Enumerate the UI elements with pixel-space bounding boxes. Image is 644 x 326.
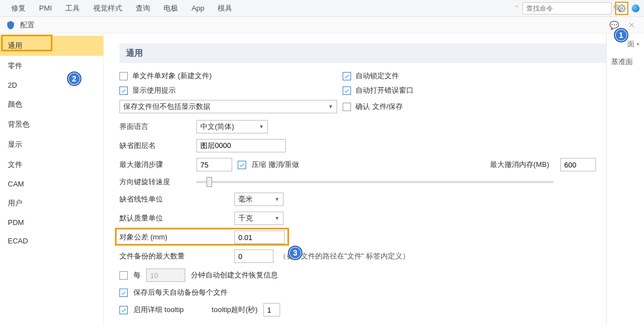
checkbox-auto-open-err[interactable] <box>343 87 351 95</box>
form-area: 单文件单对象 (新建文件) 自动锁定文件 显示使用提示 自动打开错误窗口 <box>119 71 618 317</box>
input-default-layer[interactable] <box>196 139 286 152</box>
dropdown-save-mode-value: 保存文件但不包括显示数据 <box>123 102 210 112</box>
caret-down-icon: ▼ <box>275 196 280 202</box>
section-title-general: 通用 <box>119 44 618 63</box>
label-ui-lang: 界面语言 <box>119 122 191 132</box>
label-single-file-obj: 单文件单对象 (新建文件) <box>132 71 212 81</box>
input-max-undo-mem[interactable] <box>560 158 596 171</box>
label-arrow-rot-speed: 方向键旋转速度 <box>119 177 191 187</box>
label-auto-open-err: 自动打开错误窗口 <box>355 85 414 95</box>
checkbox-enable-tooltip[interactable] <box>119 306 128 314</box>
caret-down-icon: ▾ <box>637 41 640 47</box>
slider-arrow-rot-speed[interactable] <box>196 181 554 183</box>
sidebar-item-pdm[interactable]: PDM <box>0 213 103 232</box>
label-default-linear-unit: 缺省线性单位 <box>119 194 229 204</box>
sidebar-item-ecad[interactable]: ECAD <box>0 232 103 250</box>
menu-electrode[interactable]: 电极 <box>157 0 185 17</box>
sidebar-item-general[interactable]: 通用 <box>0 36 103 56</box>
checkbox-every-min[interactable] <box>119 271 128 280</box>
config-window-header: 配置 💬 ✕ <box>0 17 644 33</box>
checkbox-show-hints[interactable] <box>119 87 128 95</box>
sidebar-item-color[interactable]: 颜色 <box>0 94 103 114</box>
input-max-undo[interactable] <box>196 158 232 171</box>
label-default-layer: 缺省图层名 <box>119 141 191 151</box>
input-obj-tol[interactable] <box>234 231 285 244</box>
input-tooltip-delay[interactable] <box>263 303 280 317</box>
label-show-hints: 显示使用提示 <box>132 85 176 95</box>
checkbox-confirm-save[interactable] <box>343 103 351 111</box>
checkbox-auto-lock[interactable] <box>343 72 351 80</box>
menu-bar: 修复 PMI 工具 视觉样式 查询 电极 App 模具 ⌃ 🔍 <box>0 0 644 17</box>
menu-visual-style[interactable]: 视觉样式 <box>86 0 129 17</box>
chevron-up-icon[interactable]: ⌃ <box>514 4 519 12</box>
settings-gear-button[interactable] <box>615 2 628 15</box>
menu-pmi[interactable]: PMI <box>32 0 59 17</box>
label-save-backup-daily: 保存后每天自动备份每个文件 <box>133 287 228 298</box>
label-every: 每 <box>133 270 141 280</box>
callout-1: 1 <box>614 28 628 42</box>
menu-app[interactable]: App <box>185 0 211 17</box>
sidebar-item-cam[interactable]: CAM <box>0 175 103 193</box>
input-every-min <box>146 269 185 282</box>
callout-3: 3 <box>288 246 302 260</box>
menu-mold[interactable]: 模具 <box>211 0 239 17</box>
close-icon[interactable]: ✕ <box>625 21 638 30</box>
label-max-undo: 最大撤消步骤 <box>119 160 191 170</box>
label-auto-lock: 自动锁定文件 <box>355 71 399 81</box>
sidebar-item-bgcolor[interactable]: 背景色 <box>0 114 103 135</box>
config-content: 通用 单文件单对象 (新建文件) 自动锁定文件 显示使用提示 <box>104 33 644 326</box>
sidebar-item-2d[interactable]: 2D <box>0 76 103 94</box>
dropdown-mass-unit[interactable]: 千克 ▼ <box>234 212 283 225</box>
svg-point-0 <box>621 7 623 9</box>
caret-down-icon: ▼ <box>328 104 333 109</box>
label-max-backups: 文件备份的最大数量 <box>119 251 229 261</box>
dropdown-save-mode[interactable]: 保存文件但不包括显示数据 ▼ <box>119 100 337 113</box>
search-command-wrap: 🔍 <box>522 2 612 15</box>
right-side-panel: 面 ▾ 基准面 <box>606 33 644 326</box>
label-confirm-save: 确认 文件/保存 <box>355 102 403 112</box>
checkbox-single-file-obj[interactable] <box>119 72 128 80</box>
label-enable-tooltip: 启用详细 tooltip <box>133 305 184 315</box>
menu-tools[interactable]: 工具 <box>59 0 86 17</box>
dropdown-mass-unit-value: 千克 <box>238 213 253 223</box>
dropdown-linear-unit-value: 毫米 <box>238 194 253 204</box>
slider-thumb[interactable] <box>206 177 212 187</box>
dropdown-ui-lang[interactable]: 中文(简体) ▼ <box>196 120 268 133</box>
input-max-backups[interactable] <box>234 250 273 263</box>
config-sidebar: 通用 零件 2D 颜色 背景色 显示 文件 CAM 用户 PDM ECAD <box>0 33 104 326</box>
caret-down-icon: ▼ <box>275 215 280 221</box>
config-app-icon <box>6 20 16 30</box>
right-pane-tab[interactable]: 面 <box>627 39 635 49</box>
sidebar-item-file[interactable]: 文件 <box>0 155 103 175</box>
checkbox-compress-undo[interactable] <box>238 161 246 169</box>
menu-repair[interactable]: 修复 <box>4 0 32 17</box>
label-obj-tol: 对象公差 (mm) <box>119 232 229 242</box>
config-window-title: 配置 <box>20 20 35 30</box>
label-auto-recover-suffix: 分钟自动创建文件恢复信息 <box>191 270 278 280</box>
label-default-mass-unit: 默认质量单位 <box>119 213 229 223</box>
caret-down-icon: ▼ <box>259 124 264 130</box>
menu-query[interactable]: 查询 <box>129 0 157 17</box>
checkbox-save-backup-daily[interactable] <box>119 289 128 297</box>
search-command-input[interactable] <box>523 4 613 12</box>
sidebar-item-part[interactable]: 零件 <box>0 56 103 76</box>
config-main: 通用 零件 2D 颜色 背景色 显示 文件 CAM 用户 PDM ECAD 通用… <box>0 33 644 326</box>
label-max-undo-mem: 最大撤消内存(MB) <box>490 160 549 170</box>
label-tooltip-delay: tooltip超时(秒) <box>212 305 257 315</box>
callout-2: 2 <box>67 71 81 86</box>
right-pane-label[interactable]: 基准面 <box>607 51 644 73</box>
dropdown-ui-lang-value: 中文(简体) <box>200 122 234 132</box>
gear-icon <box>618 4 626 12</box>
globe-icon[interactable] <box>632 4 640 12</box>
label-compress-undo: 压缩 撤消/重做 <box>252 160 299 170</box>
sidebar-item-user[interactable]: 用户 <box>0 193 103 213</box>
dropdown-linear-unit[interactable]: 毫米 ▼ <box>234 193 283 206</box>
sidebar-item-display[interactable]: 显示 <box>0 135 103 155</box>
